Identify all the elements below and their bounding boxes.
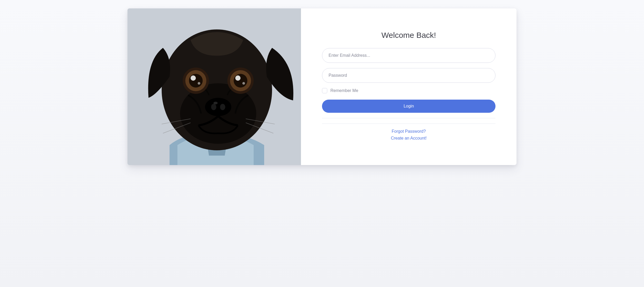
svg-point-6 [213,102,218,104]
login-button[interactable]: Login [322,100,495,113]
svg-point-11 [198,82,200,85]
svg-point-9 [189,74,203,88]
password-input[interactable] [322,68,495,83]
svg-point-15 [235,75,241,81]
email-input[interactable] [322,48,495,63]
svg-point-16 [242,82,245,85]
login-form-panel: Welcome Back! Remember Me Login Forgot P… [301,8,517,165]
login-card: Welcome Back! Remember Me Login Forgot P… [127,8,517,165]
forgot-password-row: Forgot Password? [322,129,495,134]
svg-point-14 [234,74,247,88]
login-form: Remember Me Login Forgot Password? Creat… [322,48,495,143]
create-account-row: Create an Account! [322,136,495,141]
password-group [322,68,495,83]
create-account-link[interactable]: Create an Account! [391,136,427,140]
svg-point-4 [211,104,216,110]
login-heading: Welcome Back! [322,31,495,40]
divider-1 [322,118,495,118]
remember-me-checkbox[interactable] [322,88,327,93]
forgot-password-link[interactable]: Forgot Password? [392,129,426,134]
svg-point-3 [205,98,231,116]
divider-2 [322,124,495,124]
remember-me-group: Remember Me [322,88,495,93]
svg-point-5 [220,104,225,110]
remember-me-label[interactable]: Remember Me [330,88,358,93]
dog-illustration [127,8,301,165]
email-group [322,48,495,63]
login-image-panel [127,8,301,165]
svg-point-10 [191,75,196,81]
